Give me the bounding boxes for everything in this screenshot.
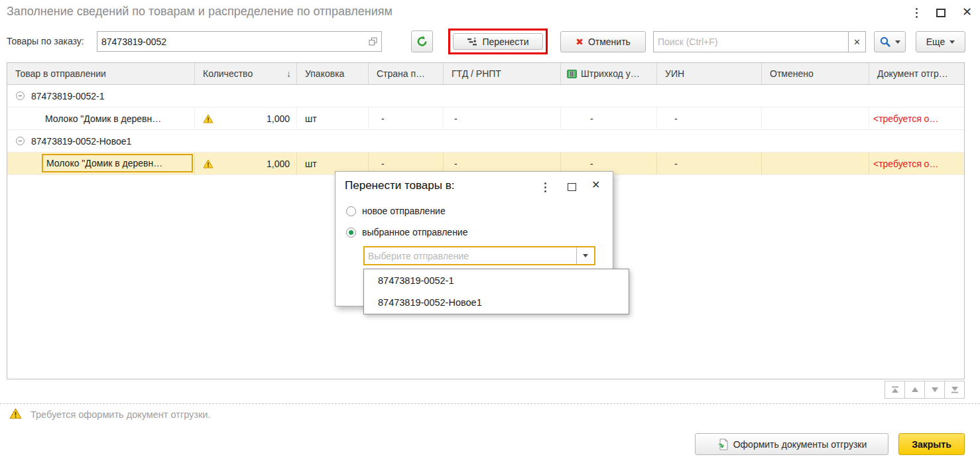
quantity-cell[interactable]: 1,000 — [195, 107, 297, 129]
dashed-divider — [0, 403, 980, 404]
shipment-doc-cell[interactable]: <требуется о… — [869, 153, 964, 174]
col-header-gtd[interactable]: ГТД / РНПТ — [444, 63, 561, 84]
focused-cell-border: Молоко "Домик в деревн… — [42, 154, 193, 172]
chevron-down-icon — [583, 254, 588, 257]
group-row-shipment-2[interactable]: 87473819-0052-Новое1 — [7, 130, 964, 153]
product-cell[interactable]: Молоко "Домик в деревн… — [7, 107, 195, 129]
chevron-down-icon — [949, 40, 955, 44]
radio-icon-unchecked[interactable] — [346, 206, 356, 216]
open-order-icon[interactable] — [365, 32, 381, 51]
warning-icon — [9, 408, 22, 419]
product-cell-focused[interactable]: Молоко "Домик в деревн… — [7, 153, 195, 174]
cancelled-cell[interactable] — [762, 107, 869, 129]
collapse-icon[interactable] — [16, 137, 25, 145]
shipment-dropdown-list: 87473819-0052-1 87473819-0052-Новое1 — [363, 269, 629, 314]
group-row-shipment-1[interactable]: 87473819-0052-1 — [7, 85, 964, 107]
barcode-icon — [567, 70, 577, 78]
scroll-down-button[interactable] — [924, 381, 945, 399]
warning-icon — [203, 114, 214, 123]
close-button[interactable]: Закрыть — [898, 433, 965, 455]
dialog-close-icon[interactable]: ✕ — [591, 178, 600, 191]
transfer-button[interactable]: Перенести — [453, 33, 543, 50]
quantity-cell[interactable]: 1,000 — [195, 153, 297, 174]
radio-new-shipment[interactable]: новое отправление — [346, 206, 446, 216]
order-field — [97, 31, 382, 52]
document-arrow-icon — [717, 438, 729, 450]
country-cell[interactable]: - — [369, 107, 444, 129]
radio-selected-label: выбранное отправление — [362, 227, 467, 237]
issue-shipment-docs-button[interactable]: Оформить документы отгрузки — [695, 433, 888, 455]
combo-dropdown-button[interactable] — [576, 247, 594, 264]
barcode-cell[interactable]: - — [561, 107, 657, 129]
more-button-label: Еще — [926, 36, 946, 47]
scroll-to-top-button[interactable] — [885, 381, 905, 399]
radio-selected-shipment[interactable]: выбранное отправление — [346, 227, 467, 237]
group-row-label: 87473819-0052-1 — [31, 91, 105, 101]
order-label: Товары по заказу: — [7, 36, 84, 46]
dialog-menu-icon[interactable] — [544, 182, 546, 192]
dialog-restore-icon[interactable] — [568, 183, 576, 191]
table-scroll-buttons — [885, 381, 965, 399]
search-button[interactable] — [874, 31, 906, 52]
search-input[interactable] — [654, 32, 848, 52]
footer-warning-text: Требуется оформить документ отгрузки. — [31, 409, 210, 420]
cancelled-cell[interactable] — [762, 153, 869, 174]
uin-cell[interactable]: - — [657, 153, 762, 174]
refresh-icon — [416, 35, 428, 48]
col-header-package[interactable]: Упаковка — [297, 63, 369, 84]
dropdown-item-1[interactable]: 87473819-0052-1 — [364, 270, 629, 292]
scroll-up-button[interactable] — [904, 381, 925, 399]
page-title: Заполнение сведений по товарам и распред… — [7, 5, 393, 19]
sort-desc-icon: ↓ — [286, 68, 291, 79]
uin-cell[interactable]: - — [657, 107, 762, 129]
group-row-label: 87473819-0052-Новое1 — [31, 136, 131, 147]
col-header-shipment-doc[interactable]: Документ отгр… — [869, 63, 964, 84]
shipment-combo-input[interactable] — [365, 247, 576, 264]
chevron-down-icon — [895, 40, 900, 44]
cancel-button[interactable]: ✖ Отменить — [560, 31, 646, 52]
refresh-button[interactable] — [411, 31, 433, 52]
order-input[interactable] — [97, 32, 365, 51]
collapse-icon[interactable] — [16, 92, 25, 100]
col-header-barcode[interactable]: Штрихкод у… — [561, 63, 657, 84]
search-clear-icon[interactable]: ✕ — [848, 32, 865, 52]
up-icon — [911, 387, 919, 393]
col-header-country[interactable]: Страна п… — [369, 63, 444, 84]
gtd-cell[interactable]: - — [444, 107, 561, 129]
transfer-button-label: Перенести — [482, 36, 528, 47]
scroll-to-bottom-button[interactable] — [944, 381, 965, 399]
window-menu-icon[interactable] — [916, 8, 918, 18]
radio-icon-checked[interactable] — [346, 228, 356, 237]
dropdown-item-2[interactable]: 87473819-0052-Новое1 — [364, 292, 629, 314]
dialog-title: Перенести товары в: — [345, 179, 454, 192]
col-header-product[interactable]: Товар в отправлении — [7, 63, 195, 84]
cancel-button-label: Отменить — [588, 36, 631, 47]
to-top-icon — [891, 386, 899, 393]
col-header-quantity[interactable]: Количество ↓ — [195, 63, 297, 84]
col-header-cancelled[interactable]: Отменено — [762, 63, 869, 84]
close-button-label: Закрыть — [912, 439, 951, 450]
annotation-red-box: Перенести — [448, 29, 548, 54]
magnifier-icon — [880, 36, 890, 47]
unit-cell[interactable]: шт — [297, 107, 369, 129]
shipment-combobox — [363, 246, 595, 265]
col-header-uin[interactable]: УИН — [657, 63, 762, 84]
more-button[interactable]: Еще — [916, 31, 965, 52]
to-bottom-icon — [951, 386, 959, 393]
table-header-row: Товар в отправлении Количество ↓ Упаковк… — [7, 63, 964, 85]
transfer-icon — [467, 37, 477, 46]
warning-icon — [203, 159, 214, 168]
down-icon — [931, 387, 939, 393]
cancel-x-icon: ✖ — [576, 36, 583, 47]
shipment-doc-cell[interactable]: <требуется о… — [869, 107, 964, 129]
table-row-product-1[interactable]: Молоко "Домик в деревн… 1,000 шт - - - -… — [7, 107, 964, 130]
issue-docs-label: Оформить документы отгрузки — [733, 439, 867, 450]
window-close-icon[interactable]: ✕ — [962, 5, 972, 19]
search-field: ✕ — [653, 31, 866, 52]
window-restore-icon[interactable] — [936, 9, 946, 17]
radio-new-label: новое отправление — [362, 206, 446, 216]
